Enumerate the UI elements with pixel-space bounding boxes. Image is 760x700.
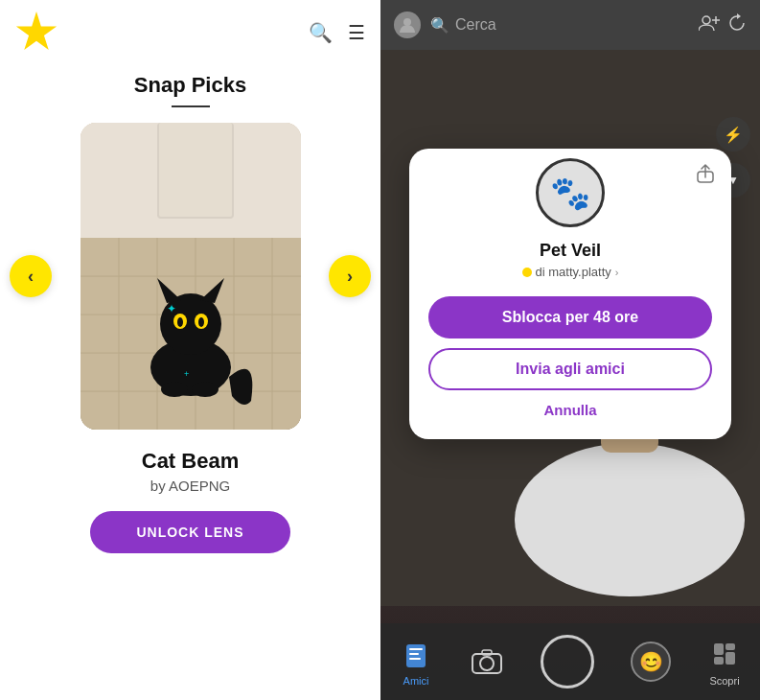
- search-button[interactable]: 🔍: [309, 21, 333, 44]
- svg-marker-29: [737, 13, 741, 19]
- background-svg: ✦ +: [81, 123, 301, 430]
- nav-scopri[interactable]: Scopri: [707, 637, 742, 687]
- svg-text:✦: ✦: [167, 302, 176, 315]
- svg-point-21: [161, 382, 188, 397]
- scopri-icon: [707, 637, 742, 671]
- popup-author: di matty.platty: [536, 265, 611, 279]
- share-icon[interactable]: [697, 164, 714, 188]
- search-placeholder: Cerca: [455, 16, 496, 34]
- snapchat-logo: [15, 12, 58, 54]
- popup-title: Pet Veil: [540, 241, 601, 261]
- invia-button[interactable]: Invia agli amici: [428, 348, 712, 390]
- refresh-icon[interactable]: [727, 13, 747, 37]
- nav-amici[interactable]: Amici: [399, 637, 433, 687]
- svg-rect-48: [714, 643, 724, 655]
- popup-author-row: di matty.platty ›: [522, 265, 619, 279]
- chevron-right-icon: ›: [615, 267, 619, 278]
- menu-button[interactable]: ☰: [348, 21, 365, 44]
- header-icons: 🔍 ☰: [309, 21, 365, 44]
- svg-point-19: [177, 317, 183, 327]
- next-button[interactable]: ›: [329, 255, 371, 297]
- unlock-lens-button[interactable]: UNLOCK LENS: [90, 511, 289, 553]
- prev-button[interactable]: ‹: [10, 255, 52, 297]
- svg-point-26: [702, 16, 710, 24]
- svg-point-31: [515, 443, 745, 596]
- svg-rect-50: [714, 657, 724, 665]
- paw-icon: 🐾: [536, 158, 605, 227]
- svg-point-25: [403, 18, 411, 26]
- annulla-button[interactable]: Annulla: [544, 402, 597, 418]
- page-title: Snap Picks: [134, 73, 246, 98]
- snap-star-icon: [15, 12, 58, 54]
- svg-text:+: +: [184, 369, 189, 379]
- svg-rect-47: [482, 650, 492, 655]
- header-right-icons: [699, 13, 747, 37]
- scopri-label: Scopri: [709, 675, 739, 687]
- amici-label: Amici: [403, 675, 429, 687]
- search-bar[interactable]: 🔍 Cerca: [430, 16, 689, 35]
- cat-bg: ✦ +: [81, 123, 301, 430]
- shutter-area: [541, 635, 594, 688]
- svg-point-20: [198, 317, 204, 327]
- left-panel: 🔍 ☰ Snap Picks ‹: [0, 0, 380, 700]
- title-divider: [172, 105, 210, 107]
- svg-rect-44: [409, 658, 421, 660]
- right-header: 🔍 Cerca: [380, 0, 760, 50]
- yellow-dot-icon: [522, 268, 532, 277]
- add-friend-icon[interactable]: [699, 13, 720, 37]
- shutter-button[interactable]: [541, 635, 594, 688]
- svg-rect-42: [409, 648, 423, 650]
- lens-preview-image: ✦ +: [81, 123, 301, 430]
- svg-point-22: [192, 382, 219, 397]
- svg-rect-41: [406, 644, 426, 667]
- bottom-nav: Amici 😊 Scopri: [380, 623, 760, 700]
- sblocca-button[interactable]: Sblocca per 48 ore: [428, 296, 712, 338]
- search-icon: 🔍: [430, 16, 449, 35]
- svg-rect-2: [159, 123, 232, 217]
- lens-popup-card: 🐾 Pet Veil di matty.platty › Sblocca per…: [409, 149, 731, 439]
- nav-camera-icon: [470, 648, 504, 675]
- lens-author: by AOEPNG: [150, 478, 230, 494]
- svg-rect-51: [725, 652, 735, 665]
- right-panel: 🔍 Cerca: [380, 0, 760, 700]
- flash-icon[interactable]: ⚡: [716, 117, 750, 152]
- left-header: 🔍 ☰: [0, 0, 380, 65]
- svg-point-46: [480, 657, 494, 670]
- emoji-button[interactable]: 😊: [631, 642, 671, 682]
- lens-name: Cat Beam: [142, 449, 239, 474]
- svg-rect-49: [725, 643, 735, 650]
- svg-rect-43: [409, 653, 419, 655]
- profile-icon[interactable]: [394, 12, 421, 38]
- amici-icon: [399, 637, 433, 671]
